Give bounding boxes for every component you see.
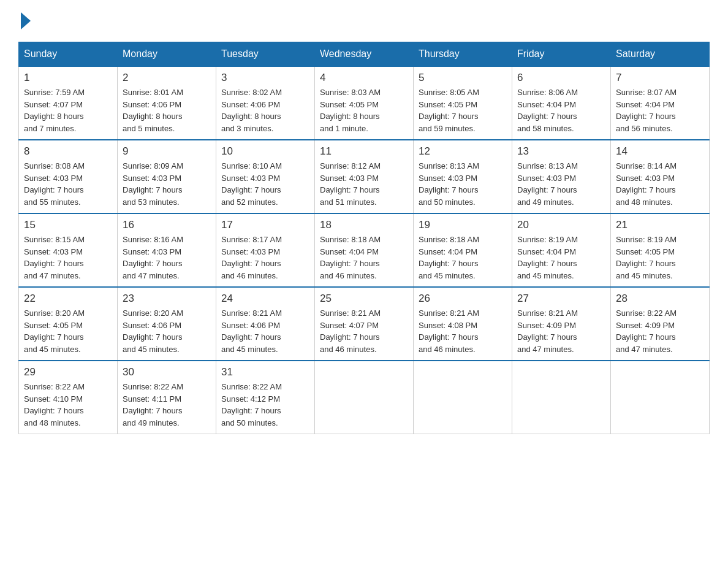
table-row bbox=[414, 361, 512, 434]
day-number: 30 bbox=[123, 366, 211, 378]
calendar-week-row: 8Sunrise: 8:08 AM Sunset: 4:03 PM Daylig… bbox=[19, 140, 710, 213]
table-row: 12Sunrise: 8:13 AM Sunset: 4:03 PM Dayli… bbox=[414, 140, 512, 213]
day-info: Sunrise: 8:17 AM Sunset: 4:03 PM Dayligh… bbox=[221, 234, 309, 282]
table-row: 14Sunrise: 8:14 AM Sunset: 4:03 PM Dayli… bbox=[611, 140, 710, 213]
day-info: Sunrise: 8:16 AM Sunset: 4:03 PM Dayligh… bbox=[123, 234, 211, 282]
col-thursday: Thursday bbox=[414, 42, 512, 67]
table-row: 26Sunrise: 8:21 AM Sunset: 4:08 PM Dayli… bbox=[414, 287, 512, 361]
day-info: Sunrise: 8:20 AM Sunset: 4:05 PM Dayligh… bbox=[24, 307, 112, 355]
calendar-week-row: 22Sunrise: 8:20 AM Sunset: 4:05 PM Dayli… bbox=[19, 287, 710, 361]
day-info: Sunrise: 8:10 AM Sunset: 4:03 PM Dayligh… bbox=[221, 160, 309, 208]
table-row: 1Sunrise: 7:59 AM Sunset: 4:07 PM Daylig… bbox=[19, 66, 118, 140]
calendar-table: Sunday Monday Tuesday Wednesday Thursday… bbox=[18, 42, 710, 434]
table-row: 27Sunrise: 8:21 AM Sunset: 4:09 PM Dayli… bbox=[512, 287, 611, 361]
table-row bbox=[512, 361, 611, 434]
day-info: Sunrise: 8:21 AM Sunset: 4:08 PM Dayligh… bbox=[419, 307, 507, 355]
table-row: 18Sunrise: 8:18 AM Sunset: 4:04 PM Dayli… bbox=[315, 213, 414, 287]
day-info: Sunrise: 8:14 AM Sunset: 4:03 PM Dayligh… bbox=[616, 160, 704, 208]
day-number: 4 bbox=[320, 72, 408, 84]
table-row: 25Sunrise: 8:21 AM Sunset: 4:07 PM Dayli… bbox=[315, 287, 414, 361]
day-info: Sunrise: 8:19 AM Sunset: 4:04 PM Dayligh… bbox=[517, 234, 605, 282]
day-number: 17 bbox=[221, 219, 309, 231]
day-info: Sunrise: 8:13 AM Sunset: 4:03 PM Dayligh… bbox=[419, 160, 507, 208]
day-number: 26 bbox=[419, 293, 507, 305]
day-number: 21 bbox=[616, 219, 704, 231]
table-row: 20Sunrise: 8:19 AM Sunset: 4:04 PM Dayli… bbox=[512, 213, 611, 287]
day-number: 6 bbox=[517, 72, 605, 84]
table-row: 5Sunrise: 8:05 AM Sunset: 4:05 PM Daylig… bbox=[414, 66, 512, 140]
page-header bbox=[18, 12, 710, 29]
table-row: 29Sunrise: 8:22 AM Sunset: 4:10 PM Dayli… bbox=[19, 361, 118, 434]
day-info: Sunrise: 8:22 AM Sunset: 4:11 PM Dayligh… bbox=[123, 381, 211, 429]
day-info: Sunrise: 8:05 AM Sunset: 4:05 PM Dayligh… bbox=[419, 86, 507, 134]
day-number: 12 bbox=[419, 145, 507, 158]
day-info: Sunrise: 8:15 AM Sunset: 4:03 PM Dayligh… bbox=[24, 234, 112, 282]
table-row bbox=[315, 361, 414, 434]
day-number: 22 bbox=[24, 293, 112, 305]
day-number: 8 bbox=[24, 145, 112, 158]
calendar-header-row: Sunday Monday Tuesday Wednesday Thursday… bbox=[19, 42, 710, 67]
day-info: Sunrise: 8:22 AM Sunset: 4:12 PM Dayligh… bbox=[221, 381, 309, 429]
col-saturday: Saturday bbox=[611, 42, 710, 67]
day-number: 24 bbox=[221, 293, 309, 305]
day-info: Sunrise: 8:13 AM Sunset: 4:03 PM Dayligh… bbox=[517, 160, 605, 208]
table-row: 23Sunrise: 8:20 AM Sunset: 4:06 PM Dayli… bbox=[118, 287, 216, 361]
day-info: Sunrise: 8:06 AM Sunset: 4:04 PM Dayligh… bbox=[517, 86, 605, 134]
table-row: 7Sunrise: 8:07 AM Sunset: 4:04 PM Daylig… bbox=[611, 66, 710, 140]
day-number: 2 bbox=[123, 72, 211, 84]
day-info: Sunrise: 8:18 AM Sunset: 4:04 PM Dayligh… bbox=[419, 234, 507, 282]
day-number: 5 bbox=[419, 72, 507, 84]
day-number: 15 bbox=[24, 219, 112, 231]
day-number: 10 bbox=[221, 145, 309, 158]
table-row bbox=[611, 361, 710, 434]
day-number: 14 bbox=[616, 145, 704, 158]
calendar-week-row: 29Sunrise: 8:22 AM Sunset: 4:10 PM Dayli… bbox=[19, 361, 710, 434]
day-info: Sunrise: 8:01 AM Sunset: 4:06 PM Dayligh… bbox=[123, 86, 211, 134]
day-number: 29 bbox=[24, 366, 112, 378]
table-row: 21Sunrise: 8:19 AM Sunset: 4:05 PM Dayli… bbox=[611, 213, 710, 287]
day-info: Sunrise: 8:20 AM Sunset: 4:06 PM Dayligh… bbox=[123, 307, 211, 355]
col-tuesday: Tuesday bbox=[216, 42, 315, 67]
day-info: Sunrise: 8:07 AM Sunset: 4:04 PM Dayligh… bbox=[616, 86, 704, 134]
day-info: Sunrise: 8:18 AM Sunset: 4:04 PM Dayligh… bbox=[320, 234, 408, 282]
day-number: 7 bbox=[616, 72, 704, 84]
day-number: 31 bbox=[221, 366, 309, 378]
col-monday: Monday bbox=[118, 42, 216, 67]
calendar-week-row: 1Sunrise: 7:59 AM Sunset: 4:07 PM Daylig… bbox=[19, 66, 710, 140]
day-info: Sunrise: 8:21 AM Sunset: 4:07 PM Dayligh… bbox=[320, 307, 408, 355]
table-row: 10Sunrise: 8:10 AM Sunset: 4:03 PM Dayli… bbox=[216, 140, 315, 213]
day-info: Sunrise: 8:22 AM Sunset: 4:10 PM Dayligh… bbox=[24, 381, 112, 429]
table-row: 30Sunrise: 8:22 AM Sunset: 4:11 PM Dayli… bbox=[118, 361, 216, 434]
table-row: 11Sunrise: 8:12 AM Sunset: 4:03 PM Dayli… bbox=[315, 140, 414, 213]
logo-arrow-icon bbox=[21, 12, 31, 29]
day-info: Sunrise: 8:21 AM Sunset: 4:09 PM Dayligh… bbox=[517, 307, 605, 355]
logo bbox=[18, 12, 32, 29]
day-number: 20 bbox=[517, 219, 605, 231]
table-row: 24Sunrise: 8:21 AM Sunset: 4:06 PM Dayli… bbox=[216, 287, 315, 361]
table-row: 16Sunrise: 8:16 AM Sunset: 4:03 PM Dayli… bbox=[118, 213, 216, 287]
day-info: Sunrise: 7:59 AM Sunset: 4:07 PM Dayligh… bbox=[24, 86, 112, 134]
table-row: 28Sunrise: 8:22 AM Sunset: 4:09 PM Dayli… bbox=[611, 287, 710, 361]
day-info: Sunrise: 8:08 AM Sunset: 4:03 PM Dayligh… bbox=[24, 160, 112, 208]
table-row: 9Sunrise: 8:09 AM Sunset: 4:03 PM Daylig… bbox=[118, 140, 216, 213]
day-number: 28 bbox=[616, 293, 704, 305]
table-row: 4Sunrise: 8:03 AM Sunset: 4:05 PM Daylig… bbox=[315, 66, 414, 140]
table-row: 19Sunrise: 8:18 AM Sunset: 4:04 PM Dayli… bbox=[414, 213, 512, 287]
day-number: 3 bbox=[221, 72, 309, 84]
table-row: 22Sunrise: 8:20 AM Sunset: 4:05 PM Dayli… bbox=[19, 287, 118, 361]
day-number: 16 bbox=[123, 219, 211, 231]
table-row: 2Sunrise: 8:01 AM Sunset: 4:06 PM Daylig… bbox=[118, 66, 216, 140]
day-info: Sunrise: 8:03 AM Sunset: 4:05 PM Dayligh… bbox=[320, 86, 408, 134]
day-info: Sunrise: 8:21 AM Sunset: 4:06 PM Dayligh… bbox=[221, 307, 309, 355]
day-number: 13 bbox=[517, 145, 605, 158]
calendar-week-row: 15Sunrise: 8:15 AM Sunset: 4:03 PM Dayli… bbox=[19, 213, 710, 287]
table-row: 6Sunrise: 8:06 AM Sunset: 4:04 PM Daylig… bbox=[512, 66, 611, 140]
table-row: 17Sunrise: 8:17 AM Sunset: 4:03 PM Dayli… bbox=[216, 213, 315, 287]
table-row: 3Sunrise: 8:02 AM Sunset: 4:06 PM Daylig… bbox=[216, 66, 315, 140]
table-row: 31Sunrise: 8:22 AM Sunset: 4:12 PM Dayli… bbox=[216, 361, 315, 434]
day-info: Sunrise: 8:09 AM Sunset: 4:03 PM Dayligh… bbox=[123, 160, 211, 208]
day-info: Sunrise: 8:19 AM Sunset: 4:05 PM Dayligh… bbox=[616, 234, 704, 282]
day-number: 25 bbox=[320, 293, 408, 305]
col-sunday: Sunday bbox=[19, 42, 118, 67]
col-wednesday: Wednesday bbox=[315, 42, 414, 67]
